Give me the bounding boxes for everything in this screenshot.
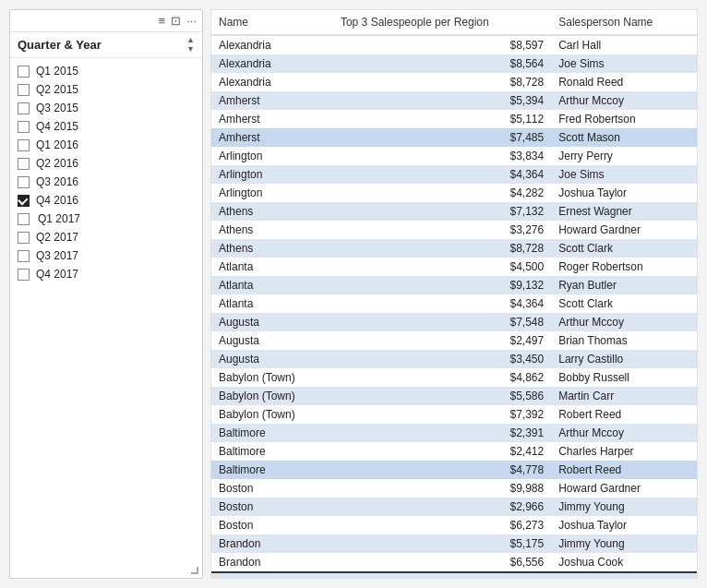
cell-salesperson: Joe Sims (551, 165, 697, 184)
cell-salesperson: Larry Castillo (551, 350, 697, 368)
filter-item-q2-2017[interactable]: Q2 2017 (10, 228, 202, 246)
data-table-panel: Name Top 3 Salespeople per Region Salesp… (210, 9, 698, 579)
cell-salesperson: Arthur Mccoy (551, 91, 697, 110)
sort-up-icon: ▲ (186, 36, 195, 44)
cell-value: $8,728 (333, 239, 551, 258)
cell-name: Athens (211, 202, 333, 221)
cell-name: Augusta (211, 331, 333, 350)
filter-item-q4-2015[interactable]: Q4 2015 (10, 117, 202, 136)
cell-name: Amherst (211, 128, 333, 147)
table-row: Augusta$2,497Brian Thomas (211, 331, 697, 350)
table-row: Brandon$5,175Jimmy Young (211, 534, 697, 553)
cell-value: $5,175 (333, 534, 551, 553)
checkbox-box[interactable] (18, 66, 30, 78)
filter-item-q2-2015[interactable]: Q2 2015 (10, 80, 202, 99)
cell-value: $3,834 (333, 147, 551, 165)
checkbox-box[interactable] (18, 195, 30, 207)
filter-item-q4-2016[interactable]: Q4 2016 (10, 191, 202, 210)
filter-item-q2-2016[interactable]: Q2 2016 (10, 154, 202, 173)
cell-name: Brandon (211, 553, 333, 572)
cell-name: Alexandria (211, 35, 333, 54)
cell-value: $3,450 (333, 350, 551, 368)
cell-value: $5,112 (333, 110, 551, 128)
cell-value: $8,728 (333, 73, 551, 91)
checkbox-label: Q3 2017 (36, 249, 78, 262)
table-row: Babylon (Town)$5,586Martin Carr (211, 387, 697, 405)
cell-name: Boston (211, 498, 333, 516)
filter-item-q1-2017[interactable]: Q1 2017 (10, 210, 202, 228)
col-salesperson[interactable]: Salesperson Name (551, 10, 697, 35)
total-row: Total$291,774 (211, 572, 697, 579)
table-row: Athens$8,728Scott Clark (211, 239, 697, 258)
cell-value: $7,485 (333, 128, 551, 147)
col-top3[interactable]: Top 3 Salespeople per Region (333, 10, 551, 35)
panel-header: Quarter & Year ▲ ▼ (10, 32, 202, 58)
cell-salesperson: Ryan Butler (551, 276, 697, 294)
checkbox-box[interactable] (18, 139, 30, 151)
filter-item-q3-2017[interactable]: Q3 2017 (10, 246, 202, 265)
cell-value: $5,394 (333, 91, 551, 110)
cell-name: Alexandria (211, 73, 333, 91)
checkbox-box[interactable] (18, 213, 30, 225)
cell-value: $8,564 (333, 54, 551, 73)
table-row: Atlanta$4,500Roger Robertson (211, 258, 697, 276)
cell-name: Amherst (211, 91, 333, 110)
table-row: Alexandria$8,564Joe Sims (211, 54, 697, 73)
filter-item-q1-2015[interactable]: Q1 2015 (10, 62, 202, 80)
checkbox-box[interactable] (18, 250, 30, 262)
cell-name: Babylon (Town) (211, 405, 333, 424)
table-row: Alexandria$8,597Carl Hall (211, 35, 697, 54)
resize-handle[interactable] (191, 567, 198, 574)
cell-salesperson: Joshua Taylor (551, 516, 697, 534)
total-label: Total (211, 572, 333, 579)
cell-salesperson: Brian Thomas (551, 331, 697, 350)
cell-salesperson: Ernest Wagner (551, 202, 697, 221)
checkbox-box[interactable] (18, 176, 30, 188)
cell-value: $7,392 (333, 405, 551, 424)
table-row: Baltimore$2,412Charles Harper (211, 442, 697, 461)
cell-salesperson: Jimmy Young (551, 534, 697, 553)
cell-name: Athens (211, 239, 333, 258)
table-icon[interactable]: ⊡ (171, 14, 181, 28)
sort-toggle[interactable]: ▲ ▼ (186, 36, 195, 54)
checkbox-box[interactable] (18, 232, 30, 244)
col-name[interactable]: Name (211, 10, 333, 35)
cell-name: Baltimore (211, 424, 333, 442)
cell-salesperson: Robert Reed (551, 405, 697, 424)
checkbox-box[interactable] (18, 84, 30, 96)
checkbox-box[interactable] (18, 158, 30, 170)
filter-item-q3-2015[interactable]: Q3 2015 (10, 99, 202, 117)
cell-value: $2,412 (333, 442, 551, 461)
cell-name: Arlington (211, 165, 333, 184)
filter-item-q4-2017[interactable]: Q4 2017 (10, 265, 202, 283)
cell-name: Boston (211, 516, 333, 534)
checkbox-box[interactable] (18, 121, 30, 133)
cell-name: Atlanta (211, 294, 333, 313)
cell-salesperson: Joe Sims (551, 54, 697, 73)
filter-item-q1-2016[interactable]: Q1 2016 (10, 136, 202, 154)
more-icon[interactable]: ··· (186, 14, 197, 28)
table-row: Arlington$3,834Jerry Perry (211, 147, 697, 165)
total-value: $291,774 (333, 572, 551, 579)
table-row: Atlanta$9,132Ryan Butler (211, 276, 697, 294)
table-row: Athens$7,132Ernest Wagner (211, 202, 697, 221)
hamburger-icon[interactable]: ≡ (159, 14, 166, 28)
cell-salesperson: Arthur Mccoy (551, 424, 697, 442)
checkbox-label: Q3 2016 (36, 175, 78, 188)
cell-name: Alexandria (211, 54, 333, 73)
cell-value: $4,364 (333, 165, 551, 184)
table-row: Amherst$5,112Fred Robertson (211, 110, 697, 128)
cell-value: $7,132 (333, 202, 551, 221)
cell-value: $2,497 (333, 331, 551, 350)
checkbox-box[interactable] (18, 269, 30, 281)
cell-name: Brandon (211, 534, 333, 553)
cell-salesperson: Arthur Mccoy (551, 313, 697, 331)
checkbox-box[interactable] (18, 102, 30, 114)
cell-value: $4,862 (333, 368, 551, 387)
cell-name: Baltimore (211, 461, 333, 479)
filter-item-q3-2016[interactable]: Q3 2016 (10, 173, 202, 191)
cell-name: Arlington (211, 147, 333, 165)
panel-title: Quarter & Year (18, 38, 181, 52)
cell-value: $7,548 (333, 313, 551, 331)
cell-value: $3,276 (333, 221, 551, 239)
